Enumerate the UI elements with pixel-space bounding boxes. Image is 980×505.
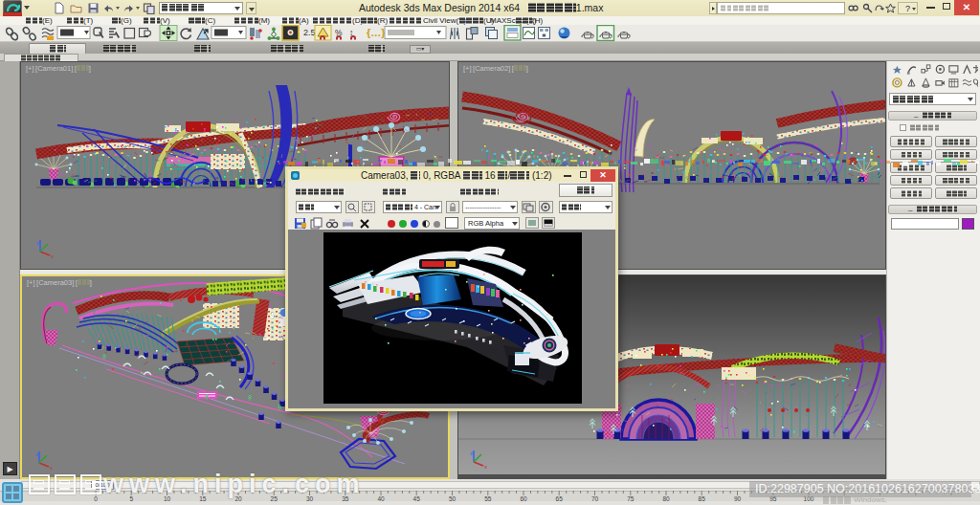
svg-text:z: z — [35, 451, 38, 457]
svg-text:45: 45 — [413, 495, 421, 502]
svg-text:2.5: 2.5 — [303, 28, 316, 37]
svg-text:x: x — [50, 465, 53, 471]
svg-text:{…}: {…} — [367, 27, 386, 38]
svg-text:90: 90 — [734, 495, 742, 502]
svg-text:75: 75 — [627, 495, 635, 502]
svg-text:↕: ↕ — [349, 28, 353, 37]
svg-text:80: 80 — [662, 495, 670, 502]
svg-text:55: 55 — [484, 495, 492, 502]
svg-text:x: x — [484, 464, 487, 470]
svg-text:z: z — [470, 450, 473, 456]
svg-text:50: 50 — [449, 495, 457, 502]
svg-text:0: 0 — [94, 495, 98, 502]
svg-text:40: 40 — [377, 495, 385, 502]
svg-text:z: z — [36, 240, 39, 246]
svg-text:65: 65 — [556, 495, 564, 502]
svg-text:60: 60 — [520, 495, 527, 502]
svg-text:x: x — [51, 253, 54, 259]
svg-text:70: 70 — [591, 495, 599, 502]
svg-text:85: 85 — [699, 495, 706, 502]
